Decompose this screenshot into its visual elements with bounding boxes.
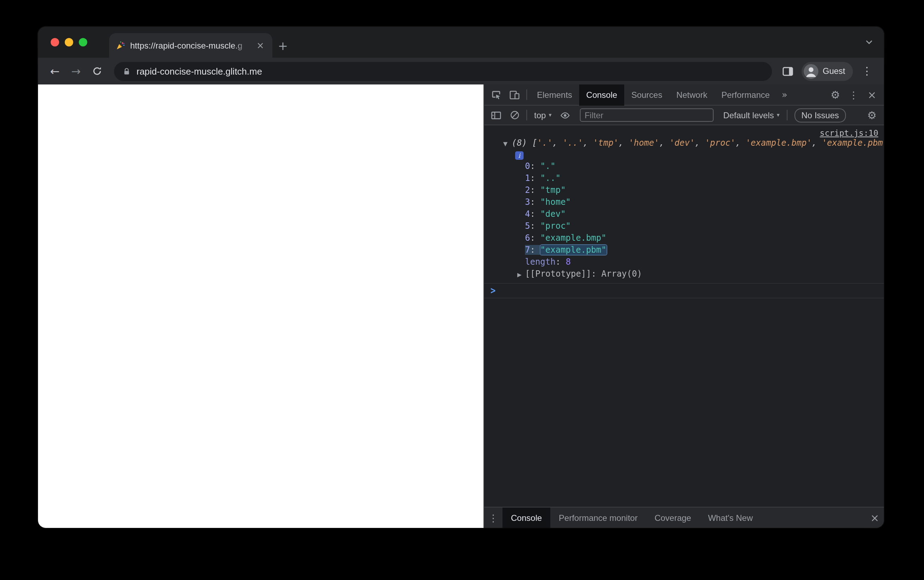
live-expression-eye-icon[interactable] — [556, 106, 574, 124]
prototype-value: Array(0) — [601, 269, 642, 279]
devtools-panel: ElementsConsoleSourcesNetworkPerformance… — [483, 84, 884, 528]
drawer-tab-performance-monitor[interactable]: Performance monitor — [550, 507, 646, 528]
console-sidebar-icon[interactable] — [487, 106, 505, 124]
browser-tab[interactable]: https://rapid-concise-muscle.g × — [109, 33, 272, 58]
clear-console-icon[interactable] — [505, 106, 524, 124]
console-prompt[interactable]: > — [484, 283, 884, 298]
lock-icon[interactable] — [122, 66, 131, 76]
window-content: ElementsConsoleSourcesNetworkPerformance… — [38, 84, 884, 528]
back-icon[interactable]: ← — [45, 61, 65, 81]
devtools-menu-kebab-icon[interactable]: ⋮ — [845, 86, 863, 104]
divider — [787, 110, 788, 120]
array-entry-4[interactable]: 4: "dev" — [484, 208, 884, 220]
device-toolbar-icon[interactable] — [505, 86, 524, 104]
context-selector-label: top — [534, 110, 546, 120]
drawer-right: × — [866, 509, 884, 527]
devtools-tabs: ElementsConsoleSourcesNetworkPerformance — [530, 84, 777, 105]
array-preview-line[interactable]: ▼ (8) ['.', '..', 'tmp', 'home', 'dev', … — [484, 138, 884, 150]
drawer-tab-console[interactable]: Console — [503, 507, 550, 528]
context-selector[interactable]: top ▾ — [530, 110, 556, 120]
tab-close-icon[interactable]: × — [255, 40, 266, 51]
array-entry-5[interactable]: 5: "proc" — [484, 220, 884, 232]
drawer-tab-coverage[interactable]: Coverage — [646, 507, 699, 528]
prototype-row[interactable]: ▶[[Prototype]]: Array(0) — [484, 268, 884, 280]
array-entries: 0: "."1: ".."2: "tmp"3: "home"4: "dev"5:… — [484, 160, 884, 256]
traffic-lights — [51, 27, 87, 58]
log-levels-label: Default levels — [723, 110, 774, 120]
chevron-down-icon: ▾ — [777, 112, 780, 118]
tab-title: https://rapid-concise-muscle.g — [130, 41, 250, 50]
drawer-tab-what-s-new[interactable]: What's New — [699, 507, 761, 528]
desktop: https://rapid-concise-muscle.g × + ← → — [0, 0, 924, 580]
array-entry-6[interactable]: 6: "example.bmp" — [484, 232, 884, 244]
devtools-tab-console[interactable]: Console — [579, 84, 624, 105]
profile-chip[interactable]: Guest — [802, 62, 853, 81]
minimize-window-button[interactable] — [65, 38, 73, 46]
array-entry-7[interactable]: 7: "example.pbm" — [484, 244, 884, 256]
devtools-close-icon[interactable]: × — [863, 86, 881, 104]
party-popper-icon — [115, 41, 125, 50]
forward-icon[interactable]: → — [66, 61, 86, 81]
array-entry-1[interactable]: 1: ".." — [484, 173, 884, 185]
console-toolbar: top ▾ Default levels ▾ — [484, 105, 884, 125]
more-tabs-icon[interactable]: » — [777, 89, 792, 100]
url-text[interactable]: rapid-concise-muscle.glitch.me — [136, 66, 262, 76]
drawer-menu-kebab-icon[interactable]: ⋮ — [484, 509, 503, 527]
expand-triangle-icon[interactable]: ▶ — [517, 272, 521, 278]
tab-strip: https://rapid-concise-muscle.g × + — [38, 27, 884, 58]
tab-search-chevron-icon[interactable] — [865, 38, 873, 46]
console-toolbar-right: ⚙ — [863, 106, 881, 124]
reload-icon[interactable] — [87, 61, 107, 81]
devtools-tab-network[interactable]: Network — [669, 84, 714, 105]
avatar — [804, 64, 819, 79]
prompt-chevron-icon: > — [490, 285, 495, 297]
new-tab-button[interactable]: + — [272, 33, 293, 58]
close-window-button[interactable] — [51, 38, 59, 46]
devtools-tab-elements[interactable]: Elements — [530, 84, 579, 105]
filter-input[interactable] — [580, 109, 713, 122]
profile-name: Guest — [823, 66, 845, 76]
chevron-down-icon: ▾ — [549, 112, 551, 118]
devtools-tab-performance[interactable]: Performance — [714, 84, 776, 105]
zoom-window-button[interactable] — [79, 38, 87, 46]
drawer-tabs: ConsolePerformance monitorCoverageWhat's… — [503, 507, 761, 528]
drawer-close-icon[interactable]: × — [866, 509, 884, 527]
info-line: i — [484, 150, 884, 160]
console-output: script.js:10 ▼ (8) ['.', '..', 'tmp', 'h… — [484, 125, 884, 507]
prototype-key: [[Prototype]] — [525, 269, 591, 279]
array-entry-3[interactable]: 3: "home" — [484, 196, 884, 208]
source-line: script.js:10 — [484, 127, 884, 138]
issues-counter[interactable]: No Issues — [794, 108, 846, 122]
length-value: 8 — [566, 257, 571, 267]
log-levels-dropdown[interactable]: Default levels ▾ — [719, 110, 784, 120]
divider — [526, 89, 527, 100]
console-settings-gear-icon[interactable]: ⚙ — [863, 106, 881, 124]
settings-gear-icon[interactable]: ⚙ — [826, 86, 845, 104]
array-entry-0[interactable]: 0: "." — [484, 160, 884, 173]
info-icon[interactable]: i — [515, 151, 524, 160]
length-row: length: 8 — [484, 256, 884, 268]
devtools-tabbar: ElementsConsoleSourcesNetworkPerformance… — [484, 84, 884, 105]
inspect-element-icon[interactable] — [487, 86, 505, 104]
browser-menu-kebab-icon[interactable]: ⋮ — [857, 61, 877, 81]
collapse-triangle-icon[interactable]: ▼ — [503, 141, 507, 147]
console-message: script.js:10 ▼ (8) ['.', '..', 'tmp', 'h… — [484, 127, 884, 283]
prototype-separator: : — [591, 269, 601, 279]
array-entry-2[interactable]: 2: "tmp" — [484, 185, 884, 196]
browser-window: https://rapid-concise-muscle.g × + ← → — [38, 27, 884, 528]
devtools-tabbar-right: ⚙ ⋮ × — [826, 86, 881, 104]
devtools-tab-sources[interactable]: Sources — [624, 84, 669, 105]
side-panel-icon[interactable] — [779, 62, 797, 80]
devtools-drawer: ⋮ ConsolePerformance monitorCoverageWhat… — [484, 507, 884, 528]
browser-toolbar: ← → rapid-concise-muscle.glitch.me — [38, 58, 884, 84]
length-key: length — [525, 257, 556, 267]
array-preview-text: (8) ['.', '..', 'tmp', 'home', 'dev', 'p… — [511, 138, 884, 148]
source-link[interactable]: script.js:10 — [820, 128, 878, 138]
divider — [526, 110, 527, 120]
address-bar[interactable]: rapid-concise-muscle.glitch.me — [114, 62, 772, 81]
page-viewport — [38, 84, 483, 528]
